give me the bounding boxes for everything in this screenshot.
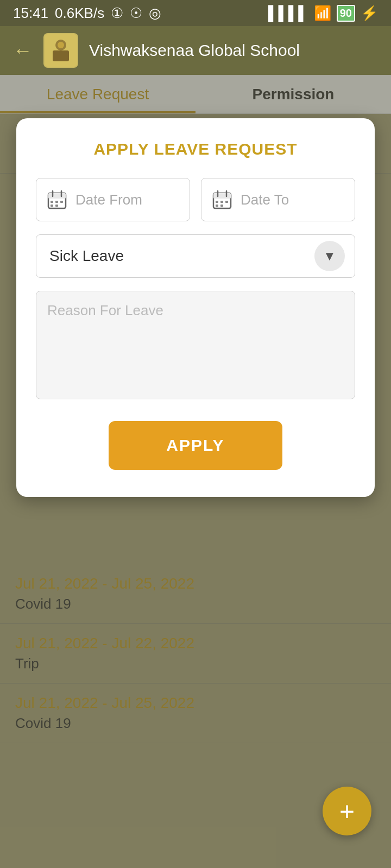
svg-rect-13 [213,193,231,199]
status-right: ▌▌▌▌ 📶 90 ⚡ [268,5,378,22]
status-left: 15:41 0.6KB/s ① ☉ ◎ [13,5,161,22]
modal-overlay: APPLY LEAVE REQUEST [0,75,391,868]
svg-rect-19 [216,205,218,207]
top-bar: ← Vishwaksenaa Global School [0,26,391,75]
leave-type-value: Sick Leave [49,247,124,265]
svg-rect-11 [55,205,58,207]
status-bar: 15:41 0.6KB/s ① ☉ ◎ ▌▌▌▌ 📶 90 ⚡ [0,0,391,26]
svg-point-2 [58,42,64,48]
svg-rect-16 [216,201,218,203]
circle-icon: ☉ [130,5,142,22]
svg-rect-4 [48,193,66,199]
date-to-field[interactable]: Date To [201,178,355,221]
calendar-from-icon [46,189,68,210]
dropdown-button[interactable]: ▼ [314,241,345,271]
status-network: 0.6KB/s [55,5,104,22]
back-button[interactable]: ← [13,39,33,62]
calendar-to-icon [211,189,233,210]
signal-icon: ▌▌▌▌ [268,5,308,22]
chevron-down-icon: ▼ [323,248,336,264]
apply-button[interactable]: APPLY [109,421,282,470]
svg-rect-8 [55,201,58,203]
svg-rect-1 [53,50,69,61]
date-from-field[interactable]: Date From [36,178,190,221]
svg-rect-9 [60,201,63,203]
svg-rect-18 [225,201,228,203]
plus-icon: + [339,796,355,826]
leave-type-dropdown[interactable]: Sick Leave ▼ [36,234,355,278]
reason-field[interactable]: Reason For Leave [36,291,355,399]
school-logo [43,33,78,68]
svg-rect-20 [220,205,223,207]
wifi-icon: 📶 [314,5,331,22]
school-logo-inner [45,34,77,67]
reason-placeholder: Reason For Leave [47,302,163,319]
battery-indicator: 90 [337,5,355,22]
instagram-icon: ① [111,5,123,22]
apply-leave-modal: APPLY LEAVE REQUEST [16,118,375,497]
date-row: Date From [36,178,355,221]
modal-title: APPLY LEAVE REQUEST [36,140,355,158]
school-name: Vishwaksenaa Global School [89,41,300,60]
svg-rect-17 [220,201,223,203]
charging-icon: ⚡ [361,5,378,22]
date-from-placeholder: Date From [75,192,142,208]
main-content: Leave Request Permission Dec 17, 2020 - … [0,75,391,868]
svg-rect-7 [51,201,53,203]
svg-rect-10 [51,205,53,207]
status-time: 15:41 [13,5,48,22]
record-icon: ◎ [149,5,161,22]
date-to-placeholder: Date To [241,192,289,208]
fab-add-button[interactable]: + [323,787,371,835]
